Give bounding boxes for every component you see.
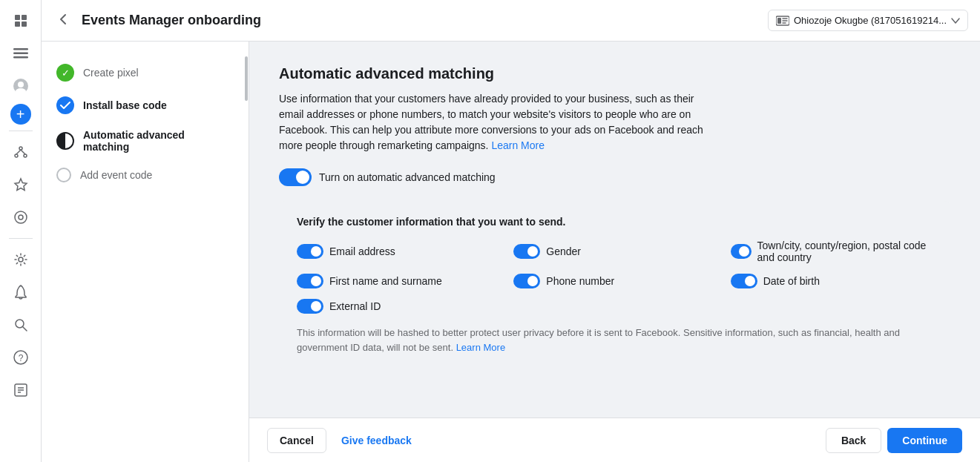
- cancel-button[interactable]: Cancel: [267, 428, 326, 453]
- toggle-label-email: Email address: [329, 245, 395, 257]
- toggle-firstname[interactable]: [297, 274, 323, 288]
- bell-icon[interactable]: [6, 277, 36, 307]
- toggle-item-gender: Gender: [513, 240, 715, 263]
- check-icon: [62, 67, 70, 79]
- sidebar-step-label-automatic-matching: Automatic advanced matching: [83, 129, 234, 153]
- svg-line-20: [23, 327, 27, 331]
- description-learn-more-link[interactable]: Learn More: [491, 139, 545, 151]
- back-button[interactable]: Back: [826, 428, 881, 453]
- top-bar-right: Ohiozoje Okugbe (817051619214...: [768, 10, 968, 31]
- info-note: This information will be hashed to bette…: [297, 326, 933, 354]
- avatar-icon[interactable]: [6, 71, 36, 101]
- toggle-item-firstname: First name and surname: [297, 274, 499, 288]
- toggle-label-phone: Phone number: [546, 275, 614, 287]
- svg-rect-2: [15, 22, 20, 27]
- toggle-label-externalid: External ID: [329, 300, 381, 312]
- toggle-gender[interactable]: [513, 244, 540, 259]
- sidebar-step-create-pixel[interactable]: Create pixel: [42, 56, 249, 89]
- svg-rect-0: [15, 15, 20, 20]
- top-bar: Events Manager onboarding Ohiozoje Okugb…: [42, 0, 980, 42]
- toggle-dob[interactable]: [731, 274, 757, 288]
- footer-right: Back Continue: [826, 428, 962, 453]
- content-scroll: Automatic advanced matching Use informat…: [249, 42, 980, 418]
- svg-rect-6: [13, 56, 28, 59]
- toggle-item-externalid: External ID: [297, 299, 499, 314]
- toggle-town[interactable]: [731, 244, 752, 259]
- account-name: Ohiozoje Okugbe (817051619214...: [794, 15, 947, 26]
- toggles-grid: Email address Gender Town/city, county/r…: [297, 240, 933, 314]
- toggle-label-gender: Gender: [546, 245, 581, 257]
- nav-divider-2: [9, 238, 33, 239]
- tag-icon[interactable]: [6, 202, 36, 232]
- main-area: Events Manager onboarding Ohiozoje Okugb…: [42, 0, 980, 462]
- steps-sidebar: Create pixel Install base code Automatic…: [42, 42, 249, 462]
- sidebar-step-label-add-event-code: Add event code: [80, 169, 152, 181]
- sidebar-step-automatic-matching[interactable]: Automatic advanced matching: [42, 122, 249, 160]
- section-title: Automatic advanced matching: [279, 65, 950, 82]
- home-icon[interactable]: [6, 6, 36, 36]
- toggle-phone[interactable]: [513, 274, 540, 288]
- svg-rect-1: [22, 15, 27, 20]
- svg-point-9: [16, 88, 26, 94]
- toggle-item-dob: Date of birth: [731, 274, 933, 288]
- info-box: Verify the customer information that you…: [279, 201, 950, 369]
- add-icon[interactable]: +: [10, 104, 31, 125]
- page-title: Events Manager onboarding: [82, 13, 261, 28]
- svg-point-8: [18, 82, 24, 88]
- svg-point-16: [15, 211, 27, 223]
- main-content: Automatic advanced matching Use informat…: [249, 42, 980, 462]
- back-navigation-button[interactable]: [53, 10, 73, 31]
- main-toggle[interactable]: [279, 168, 312, 186]
- settings-icon[interactable]: [6, 245, 36, 274]
- toggle-externalid[interactable]: [297, 299, 323, 314]
- svg-rect-3: [22, 22, 27, 27]
- toggle-item-email: Email address: [297, 240, 499, 263]
- main-toggle-row: Turn on automatic advanced matching: [279, 168, 950, 186]
- menu-icon[interactable]: [6, 39, 36, 68]
- step-circle-install-base-code: [56, 96, 74, 114]
- account-selector[interactable]: Ohiozoje Okugbe (817051619214...: [768, 10, 968, 31]
- nav-divider: [9, 131, 33, 131]
- toggle-label-dob: Date of birth: [763, 275, 820, 287]
- search-icon[interactable]: [6, 310, 36, 340]
- continue-button[interactable]: Continue: [887, 428, 962, 453]
- report-icon[interactable]: [6, 375, 36, 405]
- help-icon[interactable]: ?: [6, 343, 36, 372]
- svg-rect-28: [777, 18, 781, 24]
- sidebar-step-label-create-pixel: Create pixel: [83, 67, 139, 79]
- main-toggle-label: Turn on automatic advanced matching: [319, 171, 496, 183]
- sidebar-step-label-install-base-code: Install base code: [83, 99, 167, 111]
- section-description: Use information that your customers have…: [279, 91, 709, 154]
- info-box-title: Verify the customer information that you…: [297, 216, 933, 228]
- sidebar-step-install-base-code[interactable]: Install base code: [42, 89, 249, 122]
- step-circle-automatic-matching: [56, 132, 74, 150]
- toggle-item-phone: Phone number: [513, 274, 715, 288]
- svg-line-14: [21, 150, 25, 154]
- toggle-label-firstname: First name and surname: [329, 275, 442, 287]
- left-navigation: +: [0, 0, 42, 462]
- info-learn-more-link[interactable]: Learn More: [456, 342, 505, 353]
- content-area: Create pixel Install base code Automatic…: [42, 42, 980, 462]
- sidebar-scroll-thumb: [245, 56, 248, 101]
- svg-point-18: [19, 257, 23, 262]
- footer: Cancel Give feedback Back Continue: [249, 418, 980, 462]
- svg-point-19: [16, 320, 24, 328]
- toggle-label-town: Town/city, county/region, postal code an…: [757, 240, 933, 263]
- svg-text:?: ?: [18, 353, 23, 363]
- toggle-item-town: Town/city, county/region, postal code an…: [731, 240, 933, 263]
- step-circle-add-event-code: [56, 168, 71, 182]
- svg-marker-15: [15, 179, 27, 191]
- sidebar-scrollbar[interactable]: [244, 42, 249, 462]
- svg-point-11: [15, 154, 18, 157]
- star-icon[interactable]: [6, 170, 36, 199]
- graph-icon[interactable]: [6, 137, 36, 167]
- sidebar-step-add-event-code[interactable]: Add event code: [42, 160, 249, 190]
- give-feedback-button[interactable]: Give feedback: [338, 429, 415, 452]
- svg-rect-4: [13, 48, 28, 50]
- svg-point-10: [19, 147, 22, 150]
- svg-point-17: [19, 215, 23, 220]
- svg-point-12: [24, 154, 27, 157]
- toggle-email[interactable]: [297, 244, 323, 259]
- step-circle-create-pixel: [56, 64, 74, 82]
- svg-rect-5: [13, 53, 28, 55]
